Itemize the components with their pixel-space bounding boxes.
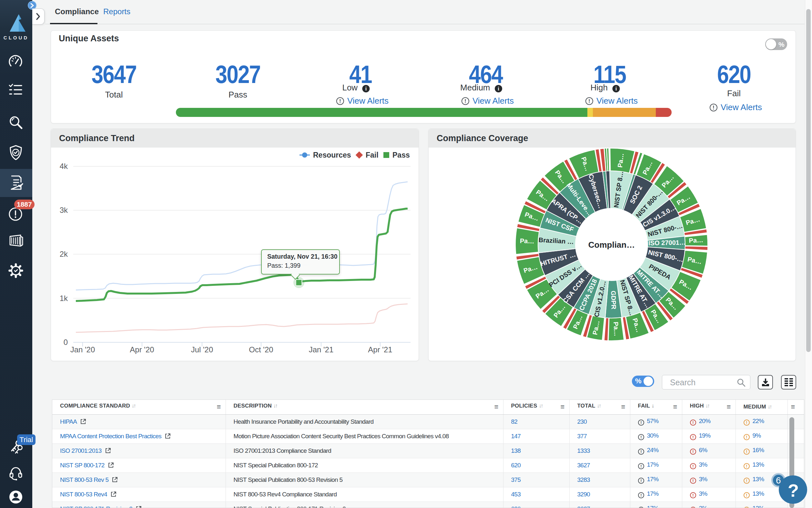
svg-text:Jul '20: Jul '20 [191,345,213,354]
svg-text:3k: 3k [60,206,68,214]
svg-text:Apr '21: Apr '21 [368,345,392,354]
svg-text:Pass: Pass [392,151,410,159]
svg-text:4k: 4k [60,162,68,171]
svg-text:Pa…: Pa… [689,237,703,244]
svg-text:Pa…: Pa… [520,237,534,245]
svg-text:1k: 1k [60,294,68,303]
svg-text:Apr '20: Apr '20 [130,345,154,354]
svg-text:Resources: Resources [313,151,351,159]
svg-text:GDPR: GDPR [610,291,617,310]
svg-text:Oct '20: Oct '20 [249,345,273,354]
svg-text:Jan '21: Jan '21 [309,345,334,354]
svg-text:Complian…: Complian… [588,240,635,250]
svg-text:Pa…: Pa… [612,322,620,336]
svg-text:Fail: Fail [366,151,379,159]
svg-text:ISO 27001…: ISO 27001… [649,239,686,246]
svg-text:0: 0 [63,338,68,346]
svg-text:2k: 2k [60,250,68,258]
svg-text:Jan '20: Jan '20 [70,345,95,354]
